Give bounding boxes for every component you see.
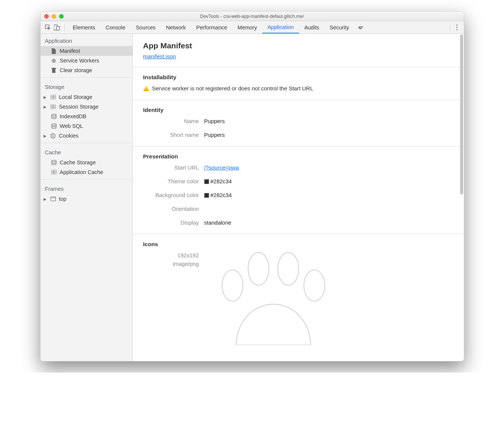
svg-point-30 — [222, 270, 243, 301]
svg-rect-2 — [57, 26, 60, 30]
panel-tabs: Elements Console Sources Network Perform… — [68, 21, 365, 33]
sidebar-item-service-workers[interactable]: Service Workers — [41, 56, 132, 65]
sidebar-item-label: Cookies — [59, 133, 78, 139]
sidebar-item-label: Session Storage — [59, 104, 99, 110]
name-value: Puppers — [204, 118, 453, 124]
short-name-value: Puppers — [204, 132, 453, 138]
section-icons: Icons 192x192 image/png — [133, 234, 464, 335]
svg-rect-6 — [51, 68, 56, 69]
grid-icon — [50, 94, 56, 100]
sidebar-item-application-cache[interactable]: Application Cache — [41, 167, 132, 177]
sidebar-heading-cache: Cache — [41, 145, 132, 158]
svg-point-32 — [278, 252, 299, 285]
sidebar-divider — [41, 77, 132, 78]
svg-point-18 — [51, 133, 55, 138]
application-sidebar: Application Manifest Service Workers Cle… — [41, 34, 133, 361]
svg-point-22 — [52, 136, 53, 137]
sidebar-item-local-storage[interactable]: ▶ Local Storage — [41, 92, 132, 102]
manifest-link[interactable]: manifest.json — [143, 53, 176, 59]
tab-sources[interactable]: Sources — [131, 21, 161, 33]
sidebar-item-label: IndexedDB — [60, 113, 87, 119]
section-heading: Presentation — [143, 153, 453, 160]
sidebar-item-cache-storage[interactable]: Cache Storage — [41, 158, 132, 167]
titlebar: DevTools - cra-web-app-manifest-defaut.g… — [41, 12, 464, 21]
display-value: standalone — [204, 219, 453, 226]
section-installability: Installability Service worker is not reg… — [133, 67, 464, 100]
toolbar-separator — [450, 24, 450, 31]
icon-size: 192x192 — [143, 252, 199, 258]
inspect-element-icon[interactable] — [44, 23, 52, 32]
device-toolbar-icon[interactable] — [52, 23, 61, 32]
toolbar-separator — [64, 24, 65, 31]
sidebar-item-label: Clear storage — [60, 67, 92, 73]
sidebar-divider — [41, 143, 132, 143]
icon-meta: 192x192 image/png — [143, 252, 199, 326]
paw-icon — [206, 248, 453, 347]
tab-application[interactable]: Application — [262, 21, 299, 33]
sidebar-item-label: Cache Storage — [60, 160, 96, 165]
chevron-right-icon: ▶ — [44, 134, 47, 138]
frame-icon — [50, 196, 56, 202]
svg-point-31 — [248, 252, 269, 285]
background-color-swatch — [204, 193, 209, 198]
tab-security[interactable]: Security — [324, 21, 354, 33]
svg-point-20 — [53, 135, 54, 135]
page-title: App Manifest — [133, 34, 464, 53]
tab-network[interactable]: Network — [161, 21, 191, 33]
trash-icon — [51, 67, 57, 73]
sidebar-item-top-frame[interactable]: ▶ top — [41, 194, 132, 204]
more-tabs-icon[interactable]: » — [354, 21, 365, 33]
orientation-label: Orientation — [143, 206, 199, 212]
svg-point-17 — [52, 124, 56, 125]
svg-point-19 — [52, 135, 52, 135]
scrollbar-thumb[interactable] — [460, 35, 463, 194]
sidebar-item-clear-storage[interactable]: Clear storage — [41, 65, 132, 75]
tab-console[interactable]: Console — [100, 21, 131, 33]
installability-warning: Service worker is not registered or does… — [143, 85, 453, 91]
database-icon — [51, 113, 57, 119]
panel-body: Application Manifest Service Workers Cle… — [41, 34, 464, 361]
sidebar-item-label: Web SQL — [60, 123, 83, 129]
devtools-window: DevTools - cra-web-app-manifest-defaut.g… — [40, 11, 464, 361]
sidebar-item-session-storage[interactable]: ▶ Session Storage — [41, 102, 132, 112]
background-color-value: #282c34 — [204, 192, 453, 198]
start-url-value[interactable]: /?source=pwa — [204, 164, 239, 171]
svg-rect-5 — [52, 69, 55, 73]
theme-color-swatch — [204, 179, 209, 184]
tab-memory[interactable]: Memory — [232, 21, 262, 33]
tab-elements[interactable]: Elements — [68, 21, 100, 33]
settings-kebab-icon[interactable] — [453, 25, 461, 30]
chevron-right-icon: ▶ — [44, 95, 47, 99]
tab-audits[interactable]: Audits — [299, 21, 324, 33]
warning-icon — [143, 86, 149, 91]
sidebar-item-label: Service Workers — [60, 58, 99, 64]
sidebar-item-cookies[interactable]: ▶ Cookies — [41, 131, 132, 141]
main-content: App Manifest manifest.json Installabilit… — [133, 34, 464, 361]
devtools-toolbar: Elements Console Sources Network Perform… — [41, 21, 464, 34]
sidebar-item-label: Local Storage — [59, 94, 92, 100]
manifest-link-row: manifest.json — [133, 53, 464, 67]
grid-icon — [51, 169, 57, 175]
svg-point-16 — [52, 114, 56, 116]
window-title: DevTools - cra-web-app-manifest-defaut.g… — [41, 14, 464, 19]
database-icon — [51, 123, 57, 129]
section-heading: Installability — [143, 74, 453, 81]
sidebar-item-manifest[interactable]: Manifest — [41, 46, 132, 56]
cookie-icon — [50, 133, 56, 139]
theme-color-label: Theme color — [143, 178, 199, 184]
sidebar-item-label: top — [59, 196, 67, 202]
section-identity: Identity Name Puppers Short name Puppers — [133, 100, 464, 146]
sidebar-item-websql[interactable]: Web SQL — [41, 121, 132, 131]
svg-point-23 — [52, 160, 56, 162]
chevron-right-icon: ▶ — [44, 197, 47, 201]
sidebar-item-label: Application Cache — [60, 169, 103, 175]
svg-point-33 — [304, 270, 325, 301]
section-presentation: Presentation Start URL /?source=pwa Them… — [133, 146, 464, 234]
svg-rect-28 — [51, 197, 55, 201]
orientation-value — [204, 206, 453, 212]
section-heading: Identity — [143, 107, 453, 113]
name-label: Name — [143, 118, 199, 124]
svg-rect-7 — [53, 68, 55, 68]
sidebar-item-indexeddb[interactable]: IndexedDB — [41, 112, 132, 121]
tab-performance[interactable]: Performance — [191, 21, 232, 33]
